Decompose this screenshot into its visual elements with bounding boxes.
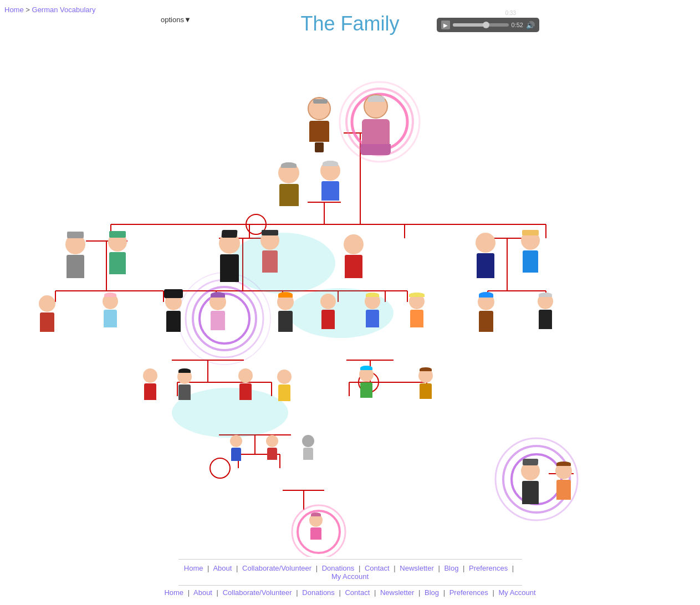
- footer-newsletter-2[interactable]: Newsletter: [380, 588, 414, 597]
- grandchild-4[interactable]: [277, 370, 292, 401]
- footer-about-1[interactable]: About: [213, 564, 232, 572]
- grandchild-1[interactable]: [143, 368, 157, 400]
- footer-home-1[interactable]: Home: [184, 564, 203, 572]
- audio-progress-bar[interactable]: [453, 23, 509, 27]
- footer-home-2[interactable]: Home: [164, 588, 183, 597]
- great-grandchild-3[interactable]: [302, 435, 314, 460]
- options-button[interactable]: options▼: [161, 16, 191, 24]
- svg-point-49: [210, 458, 230, 478]
- grandma-1[interactable]: [360, 94, 391, 155]
- parent-mid-f[interactable]: [260, 231, 279, 273]
- child-7[interactable]: [365, 294, 380, 327]
- breadcrumb-home[interactable]: Home: [4, 6, 24, 14]
- grandchild-6[interactable]: [418, 368, 433, 399]
- audio-progress-dot: [483, 22, 489, 28]
- parent-left-m[interactable]: [65, 234, 85, 278]
- uncle-mid[interactable]: [344, 234, 364, 278]
- footer-myaccount-1[interactable]: My Account: [331, 572, 369, 581]
- footer-blog-1[interactable]: Blog: [444, 564, 458, 572]
- breadcrumb-section[interactable]: German Vocabulary: [32, 6, 96, 14]
- audio-play-button[interactable]: ▶: [441, 20, 450, 29]
- child-4[interactable]: [210, 294, 226, 330]
- figure-bottom-right-m[interactable]: [521, 462, 540, 504]
- audio-progress-fill: [453, 23, 486, 27]
- breadcrumb-sep: >: [25, 6, 30, 14]
- footer-blog-2[interactable]: Blog: [425, 588, 439, 597]
- breadcrumb: Home > German Vocabulary: [4, 6, 95, 14]
- footer-donations-1[interactable]: Donations: [322, 564, 355, 572]
- grandpa-1[interactable]: [308, 97, 331, 152]
- grandchild-3[interactable]: [238, 368, 253, 400]
- parent-left-f[interactable]: [108, 233, 127, 274]
- family-tree-container: [0, 42, 700, 557]
- footer-contact-1[interactable]: Contact: [365, 564, 390, 572]
- parent-mid-m[interactable]: [219, 233, 240, 282]
- footer-sep: |: [207, 564, 209, 572]
- parent-right-m[interactable]: [476, 233, 495, 278]
- footer-collaborate-1[interactable]: Collaborate/Volunteer: [242, 564, 311, 572]
- child-1[interactable]: [39, 295, 55, 332]
- footer-preferences-1[interactable]: Preferences: [469, 564, 508, 572]
- parent-right-f[interactable]: [521, 231, 540, 273]
- footer-collaborate-2[interactable]: Collaborate/Volunteer: [223, 588, 292, 597]
- child-3[interactable]: [165, 294, 182, 332]
- footer-about-2[interactable]: About: [193, 588, 212, 597]
- footer-contact-2[interactable]: Contact: [345, 588, 370, 597]
- child-10[interactable]: [538, 294, 553, 329]
- footer-myaccount-2[interactable]: My Account: [498, 588, 535, 597]
- child-9[interactable]: [478, 294, 494, 332]
- great-great-grandchild[interactable]: [309, 514, 323, 540]
- grandpa-2[interactable]: [278, 162, 299, 206]
- audio-player: 0:33 ▶ 0:52 🔊: [437, 18, 539, 32]
- footer-preferences-2[interactable]: Preferences: [449, 588, 488, 597]
- audio-timer: 0:33: [505, 10, 516, 16]
- audio-mute-button[interactable]: 🔊: [526, 20, 535, 29]
- page-title: The Family: [300, 12, 399, 35]
- child-8[interactable]: [409, 294, 425, 327]
- grandchild-2[interactable]: [177, 370, 192, 400]
- figure-bottom-right-f[interactable]: [555, 463, 572, 500]
- child-2[interactable]: [103, 294, 118, 327]
- great-grandchild-2[interactable]: [266, 435, 278, 460]
- svg-point-51: [230, 233, 335, 294]
- child-6[interactable]: [320, 294, 336, 329]
- great-grandchild-1[interactable]: [230, 435, 242, 461]
- audio-time: 0:52: [512, 22, 523, 28]
- child-5[interactable]: [277, 294, 294, 332]
- grandma-2[interactable]: [320, 161, 340, 201]
- grandchild-5[interactable]: [359, 367, 374, 398]
- footer-newsletter-1[interactable]: Newsletter: [400, 564, 433, 572]
- footer: Home | About | Collaborate/Volunteer | D…: [0, 559, 700, 597]
- footer-donations-2[interactable]: Donations: [302, 588, 335, 597]
